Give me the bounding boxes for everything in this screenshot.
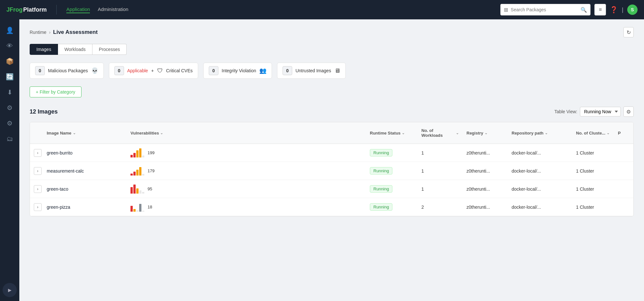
bar-segment [136,210,139,212]
bar-segment [142,156,144,157]
stat-untrusted-count: 0 [283,66,292,75]
expand-button[interactable]: › [34,149,42,157]
td-runtime-status: Running [366,182,418,196]
filter-icon-button[interactable]: ≡ [594,4,606,15]
table-body: › green-burrito 199 Running 1 z0therunti… [30,144,633,216]
td-p [614,168,633,174]
untrusted-icon: 🖥 [334,67,340,74]
vuln-bar-chart [130,203,144,212]
td-expand: › [30,200,43,214]
table-row: › green-burrito 199 Running 1 z0therunti… [30,144,633,162]
td-clusters: 1 Cluster [572,201,614,213]
vuln-bar-chart [130,148,144,157]
sidebar-item-user[interactable]: 👤 [3,23,17,37]
bar-segment [133,153,136,157]
td-vulnerabilities: 199 [127,145,366,161]
user-avatar[interactable]: S [627,5,638,15]
td-image-name: green-pizza [43,201,127,213]
bar-segment [136,188,139,194]
tab-processes[interactable]: Processes [92,44,127,55]
td-workloads: 1 [418,147,463,159]
td-image-name: green-burrito [43,147,127,159]
th-clusters: No. of Cluste... ⌄ [572,125,614,140]
expand-button[interactable]: › [34,203,42,211]
sidebar-item-download[interactable]: ⬇ [3,85,17,99]
td-registry: z0therunti... [463,147,508,159]
sidebar: 👤 👁 📦 🔄 ⬇ ⚙ ⚙ 🗂 ▶ [0,19,19,301]
th-image-name-sort[interactable]: ⌄ [73,131,76,135]
search-input[interactable] [511,7,578,12]
logo-platform: Platform [23,6,47,13]
vuln-count: 179 [148,168,155,173]
bar-segment [133,209,136,212]
vuln-cell: 95 [130,185,362,194]
td-repo-path: docker-local/... [508,183,572,195]
table-settings-button[interactable]: ⚙ [623,106,634,117]
breadcrumb-current: Live Assessment [53,29,98,35]
sidebar-item-eye[interactable]: 👁 [3,39,17,53]
bar-segment [133,185,136,194]
bar-segment [130,206,133,212]
bar-segment [139,148,141,157]
th-workloads-sort[interactable]: ⌄ [456,131,459,135]
sidebar-item-packages[interactable]: 📦 [3,54,17,68]
images-table: Image Name ⌄ Vulnerabilities ⌄ Runtime S… [30,122,634,216]
stat-integrity-label: Integrity Violation [222,68,256,73]
td-workloads: 2 [418,201,463,213]
search-icon: ⊞ [504,7,508,13]
layout: 👤 👁 📦 🔄 ⬇ ⚙ ⚙ 🗂 ▶ Runtime › Live Assessm… [0,19,644,301]
vuln-bar-chart [130,166,144,176]
table-row: › green-pizza 18 Running 2 z0therunti...… [30,198,633,216]
th-registry-sort[interactable]: ⌄ [485,131,487,135]
bar-segment [139,190,141,194]
bar-segment [139,204,141,212]
table-header: Image Name ⌄ Vulnerabilities ⌄ Runtime S… [30,122,633,144]
td-expand: › [30,182,43,196]
section-header: 12 Images Table View: Running Now All Im… [30,106,634,117]
stat-malicious-label: Malicious Packages [48,68,88,73]
expand-button[interactable]: › [34,167,42,175]
nav-right: ⊞ 🔍 ≡ ❓ | S [500,4,638,15]
th-image-name-label: Image Name [47,131,72,135]
th-expand [30,125,43,140]
th-repo-path-sort[interactable]: ⌄ [545,131,548,135]
breadcrumb-parent[interactable]: Runtime [30,30,46,35]
sidebar-item-stacks[interactable]: 🗂 [3,132,17,146]
stat-untrusted-label: Untrusted Images [295,68,331,73]
th-workloads: No. of Workloads ⌄ [418,125,463,140]
help-icon[interactable]: ❓ [610,6,618,14]
stat-cves-sep: + [151,68,154,73]
running-badge: Running [370,167,392,175]
stat-cves-applicable: Applicable [127,68,148,73]
th-vulnerabilities: Vulnerabilities ⌄ [127,125,366,140]
filter-by-category-button[interactable]: + Filter by Category [30,86,82,97]
td-repo-path: docker-local/... [508,201,572,213]
th-vulnerabilities-sort[interactable]: ⌄ [160,131,163,135]
stats-row: 0 Malicious Packages 💀 0 Applicable + 🛡 … [30,63,634,79]
th-clusters-sort[interactable]: ⌄ [607,131,610,135]
sidebar-item-settings2[interactable]: ⚙ [3,116,17,130]
th-image-name: Image Name ⌄ [43,125,127,140]
th-runtime-status-sort[interactable]: ⌄ [402,131,405,135]
th-repo-path: Repository path ⌄ [508,125,572,140]
nav-link-application[interactable]: Application [66,6,90,13]
main-content: Runtime › Live Assessment ↻ Images Workl… [19,19,644,301]
refresh-button[interactable]: ↻ [623,27,634,37]
sidebar-item-settings[interactable]: ⚙ [3,101,17,115]
search-submit-icon[interactable]: 🔍 [581,7,587,13]
expand-button[interactable]: › [34,185,42,193]
breadcrumb: Runtime › Live Assessment ↻ [30,27,634,37]
nav-link-administration[interactable]: Administration [98,6,128,13]
sidebar-item-runtime[interactable]: 🔄 [3,70,17,84]
bar-segment [136,150,139,157]
tab-workloads[interactable]: Workloads [58,44,92,55]
td-vulnerabilities: 179 [127,163,366,179]
tab-images[interactable]: Images [30,44,58,55]
td-repo-path: docker-local/... [508,147,572,159]
table-view-select[interactable]: Running Now All Images [580,107,621,116]
th-repo-path-label: Repository path [512,131,543,135]
vuln-count: 95 [148,186,152,191]
th-registry-label: Registry [466,131,483,135]
nav-divider [56,5,57,15]
sidebar-collapse-button[interactable]: ▶ [3,283,17,297]
